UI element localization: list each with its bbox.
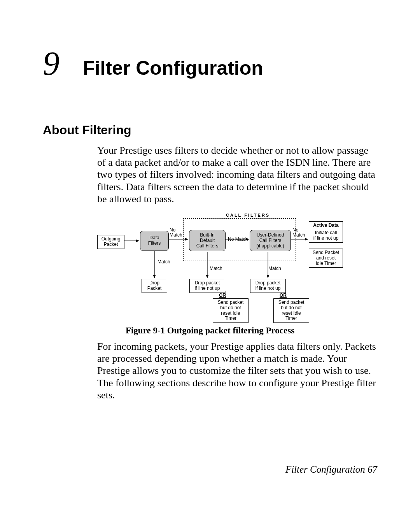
intro-paragraph-1: Your Prestige uses filters to decide whe… (97, 144, 377, 205)
flowchart: CALL FILTERS OutgoingPacket DataFilters … (97, 214, 345, 322)
figure-caption: Figure 9-1 Outgoing packet filtering Pro… (43, 326, 377, 336)
active-data-initiate: Initiate callif line not up (309, 229, 343, 243)
drop-line-2-box: Drop packetif line not up (250, 279, 286, 293)
drop-packet-box: DropPacket (142, 279, 167, 293)
drop-line-1-box: Drop packetif line not up (189, 279, 225, 293)
label-no-match-mid: No Match (228, 237, 248, 242)
label-match-2: Match (210, 266, 222, 271)
active-data-sendreset: Send Packetand resetIdle Timer (309, 249, 343, 268)
label-match-3: Match (268, 266, 281, 271)
or-label-1: OR (219, 293, 226, 298)
data-filters-box: DataFilters (140, 231, 169, 251)
active-data-title: Active Data (309, 221, 343, 230)
intro-paragraph-2: For incoming packets, your Prestige appl… (97, 340, 377, 401)
outgoing-packet-box: OutgoingPacket (97, 235, 124, 249)
label-no-match-1: NoMatch (170, 228, 182, 238)
chapter-head: 9 Filter Configuration (43, 47, 377, 80)
page: 9 Filter Configuration About Filtering Y… (0, 0, 420, 510)
figure-diagram: CALL FILTERS OutgoingPacket DataFilters … (97, 214, 377, 322)
call-filters-group-label: CALL FILTERS (226, 213, 270, 217)
section-heading: About Filtering (43, 123, 377, 137)
chapter-number: 9 (43, 47, 60, 80)
label-match-1: Match (158, 259, 170, 265)
send-noreset-1-box: Send packetbut do notreset Idle Timer (213, 298, 248, 323)
page-footer: Filter Configuration 67 (285, 464, 377, 475)
send-noreset-2-box: Send packetbut do notreset Idle Timer (273, 298, 309, 323)
or-label-2: OR (280, 293, 287, 298)
builtin-filters-box: Built-InDefaultCall Filters (189, 230, 226, 251)
chapter-title: Filter Configuration (83, 58, 263, 78)
user-filters-box: User-DefinedCall Filters(if applicable) (250, 230, 291, 251)
label-no-match-2: NoMatch (292, 228, 305, 238)
